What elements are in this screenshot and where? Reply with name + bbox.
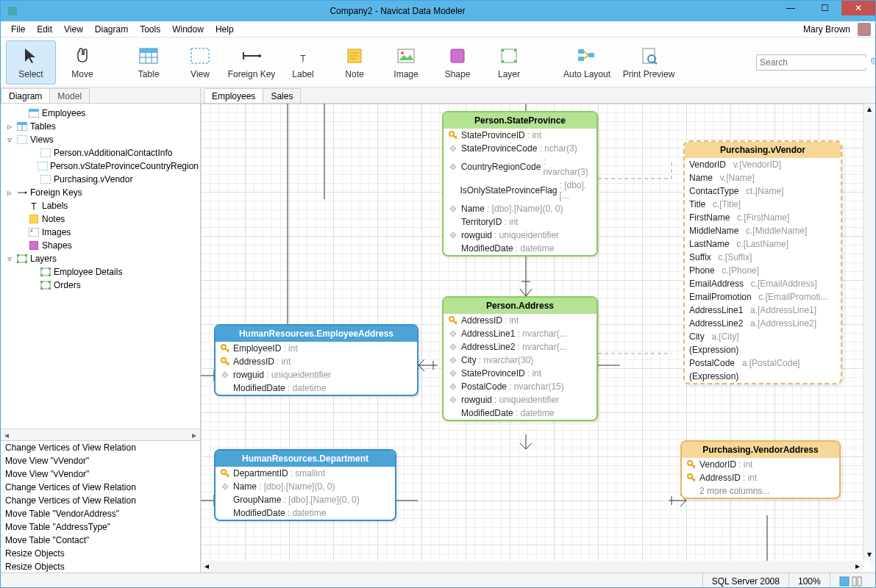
history-item[interactable]: Change Vertices of View Relation <box>1 494 200 507</box>
tree-hscroll[interactable]: ◂▸ <box>1 429 200 440</box>
history-item[interactable]: Change Vertices of View Relation <box>1 481 200 494</box>
tool-image[interactable]: Image <box>381 40 431 85</box>
sidetab-diagram[interactable]: Diagram <box>1 88 50 103</box>
tree-item[interactable]: Employees <box>2 107 199 120</box>
tree-item[interactable]: Orders <box>2 279 199 292</box>
entity-field[interactable]: (Expression) <box>685 370 841 383</box>
tool-move[interactable]: Move <box>57 40 107 85</box>
entity-field[interactable]: VendorID: int <box>682 458 839 471</box>
menu-view[interactable]: View <box>58 23 89 36</box>
entity-field[interactable]: PostalCode a.[PostalCode] <box>685 356 841 370</box>
entity-employee-address[interactable]: HumanResources.EmployeeAddress EmployeeI… <box>214 324 419 396</box>
entity-department[interactable]: HumanResources.Department DepartmentID: … <box>214 449 396 521</box>
history-item[interactable]: Move Table "VendorAddress" <box>1 507 200 520</box>
entity-field[interactable]: Phone c.[Phone] <box>685 264 841 277</box>
menu-window[interactable]: Window <box>166 23 210 36</box>
entity-field[interactable]: AddressLine2 a.[AddressLine2] <box>685 317 841 330</box>
history-item[interactable]: Move Table "AddressType" <box>1 520 200 534</box>
entity-field[interactable]: EmailAddress c.[EmailAddress] <box>685 277 841 290</box>
entity-field[interactable]: Title c.[Title] <box>685 198 841 211</box>
entity-field[interactable]: MiddleName c.[MiddleName] <box>685 224 841 237</box>
maximize-button[interactable]: ☐ <box>808 1 841 15</box>
entity-state-province[interactable]: Person.StateProvince StateProvinceID: in… <box>442 111 598 257</box>
entity-field[interactable]: ModifiedDate: datetime <box>216 506 395 520</box>
canvas-tab-employees[interactable]: Employees <box>204 88 263 103</box>
entity-field[interactable]: TerritoryID: int <box>444 215 597 229</box>
entity-field[interactable]: EmployeeID: int <box>216 342 417 355</box>
user-avatar[interactable] <box>858 23 871 36</box>
entity-field[interactable]: Name v.[Name] <box>685 171 841 184</box>
entity-field[interactable]: LastName c.[LastName] <box>685 237 841 251</box>
entity-field[interactable]: AddressLine1 a.[AddressLine1] <box>685 304 841 317</box>
entity-vendor-address[interactable]: Purchasing.VendorAddress VendorID: intAd… <box>680 440 841 499</box>
entity-field[interactable]: rowguid: uniqueidentifier <box>444 229 597 242</box>
history-item[interactable]: Move Table "Contact" <box>1 534 200 547</box>
tree-item[interactable]: ▿Layers <box>2 252 199 265</box>
tool-foreign-key[interactable]: Foreign Key <box>227 40 277 85</box>
entity-field[interactable]: (Expression) <box>685 343 841 356</box>
entity-field[interactable]: GroupName: [dbo].[Name](0, 0) <box>216 493 395 506</box>
menu-diagram[interactable]: Diagram <box>89 23 134 36</box>
tree-item[interactable]: Employee Details <box>2 265 199 279</box>
entity-field[interactable]: PostalCode: nvarchar(15) <box>444 380 597 393</box>
tree-item[interactable]: Person.vStateProvinceCountryRegion <box>2 159 199 173</box>
tree-item[interactable]: Shapes <box>2 239 199 252</box>
minimize-button[interactable]: ― <box>774 1 808 15</box>
tool-print-preview[interactable]: Print Preview <box>618 40 680 85</box>
close-button[interactable]: ✕ <box>841 1 875 15</box>
diagram-canvas[interactable]: Person.StateProvince StateProvinceID: in… <box>201 104 875 573</box>
canvas-tab-sales[interactable]: Sales <box>263 88 301 103</box>
object-tree[interactable]: Employees▹Tables▿ViewsPerson.vAdditional… <box>1 104 200 429</box>
entity-field[interactable]: rowguid: uniqueidentifier <box>216 368 417 381</box>
entity-field[interactable]: DepartmentID: smallint <box>216 467 395 480</box>
entity-field[interactable]: City: nvarchar(30) <box>444 354 597 367</box>
entity-address[interactable]: Person.Address AddressID: intAddressLine… <box>442 296 598 421</box>
tree-item[interactable]: Notes <box>2 212 199 226</box>
tool-select[interactable]: Select <box>6 40 56 85</box>
entity-field[interactable]: AddressID: int <box>682 471 839 484</box>
history-item[interactable]: Move View "vVendor" <box>1 454 200 467</box>
sidetab-model[interactable]: Model <box>49 88 90 103</box>
entity-field[interactable]: Suffix c.[Suffix] <box>685 251 841 264</box>
entity-vvendor[interactable]: Purchasing.vVendor VendorID v.[VendorID]… <box>683 140 842 384</box>
tool-label[interactable]: TLabel <box>278 40 328 85</box>
entity-field[interactable]: Name: [dbo].[Name](0, 0) <box>216 480 395 493</box>
entity-field[interactable]: StateProvinceID: int <box>444 129 597 142</box>
entity-field[interactable]: 2 more columns... <box>682 484 839 498</box>
search-input[interactable] <box>760 57 870 68</box>
tool-view[interactable]: View <box>175 40 225 85</box>
entity-field[interactable]: AddressID: int <box>444 314 597 327</box>
entity-field[interactable]: rowguid: uniqueidentifier <box>444 393 597 406</box>
history-item[interactable]: Move View "vVendor" <box>1 467 200 481</box>
entity-field[interactable]: IsOnlyStateProvinceFlag: [dbo].[... <box>444 179 597 202</box>
tree-item[interactable]: Person.vAdditionalContactInfo <box>2 146 199 159</box>
entity-field[interactable]: AddressLine2: nvarchar(... <box>444 340 597 354</box>
entity-field[interactable]: StateProvinceCode: nchar(3) <box>444 142 597 155</box>
tree-item[interactable]: ▹Tables <box>2 120 199 133</box>
entity-field[interactable]: CountryRegionCode: nvarchar(3) <box>444 155 597 179</box>
entity-field[interactable]: StateProvinceID: int <box>444 367 597 380</box>
status-zoom[interactable]: 100% <box>788 573 830 588</box>
history-item[interactable]: Change Vertices of View Relation <box>1 441 200 454</box>
canvas-vscroll[interactable]: ▴▾ <box>863 104 875 561</box>
tree-item[interactable]: ▹Foreign Keys <box>2 186 199 199</box>
tree-item[interactable]: Purchasing.vVendor <box>2 173 199 186</box>
menu-file[interactable]: File <box>5 23 31 36</box>
tool-layer[interactable]: Layer <box>484 40 534 85</box>
entity-field[interactable]: City a.[City] <box>685 330 841 343</box>
menu-help[interactable]: Help <box>210 23 240 36</box>
search-box[interactable]: 🔍 <box>756 54 866 71</box>
tree-item[interactable]: TLabels <box>2 199 199 212</box>
tool-table[interactable]: Table <box>124 40 174 85</box>
tool-shape[interactable]: Shape <box>432 40 482 85</box>
entity-field[interactable]: EmailPromotion c.[EmailPromoti... <box>685 290 841 304</box>
entity-field[interactable]: ModifiedDate: datetime <box>216 381 417 395</box>
tool-note[interactable]: Note <box>330 40 380 85</box>
tree-item[interactable]: ▿Views <box>2 133 199 146</box>
entity-field[interactable]: VendorID v.[VendorID] <box>685 158 841 171</box>
entity-field[interactable]: FirstName c.[FirstName] <box>685 211 841 224</box>
user-name[interactable]: Mary Brown <box>799 23 855 36</box>
menu-tools[interactable]: Tools <box>134 23 166 36</box>
history-item[interactable]: Resize Objects <box>1 547 200 560</box>
entity-field[interactable]: Name: [dbo].[Name](0, 0) <box>444 202 597 215</box>
